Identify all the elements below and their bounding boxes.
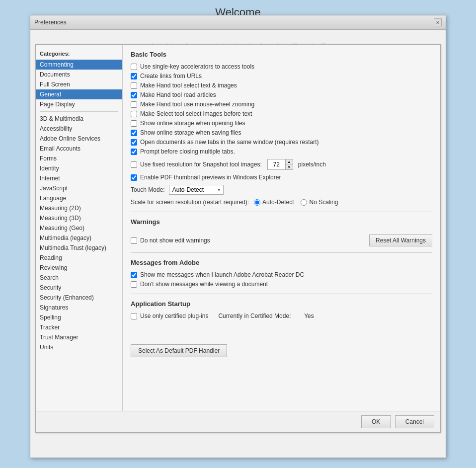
- snapshot-spinbox: ▲ ▼: [267, 159, 293, 170]
- label-prompt-close: Prompt before closing multiple tabs.: [140, 148, 235, 155]
- label-open-new-tabs: Open documents as new tabs in the same w…: [140, 139, 319, 146]
- preferences-dialog: Categories: Commenting Documents Full Sc…: [35, 44, 441, 433]
- sidebar-item-multimedia-legacy[interactable]: Multimedia (legacy): [36, 233, 122, 243]
- sidebar-item-signatures[interactable]: Signatures: [36, 303, 122, 312]
- checkbox-select-images[interactable]: [131, 111, 137, 117]
- checkbox-row-dont-show-messages: Don't show messages while viewing a docu…: [131, 281, 432, 288]
- checkbox-hand-articles[interactable]: [131, 92, 137, 98]
- spin-up-button[interactable]: ▲: [286, 159, 293, 164]
- messages-section: Messages from Adobe Show me messages whe…: [131, 259, 432, 288]
- label-show-messages: Show me messages when I launch Adobe Acr…: [140, 271, 304, 278]
- checkbox-open-new-tabs[interactable]: [131, 139, 137, 146]
- sidebar-item-identity[interactable]: Identity: [36, 163, 122, 173]
- label-single-key: Use single-key accelerators to access to…: [140, 63, 254, 70]
- label-certified: Use only certified plug-ins: [140, 312, 208, 319]
- dialog-title: Preferences: [34, 19, 67, 26]
- sidebar-item-trust-manager[interactable]: Trust Manager: [36, 332, 122, 342]
- radio-no-scaling[interactable]: [301, 199, 307, 206]
- default-handler-button[interactable]: Select As Default PDF Handler: [131, 344, 227, 357]
- sidebar-item-general[interactable]: General: [36, 89, 122, 99]
- checkbox-dont-show-messages[interactable]: [131, 281, 137, 288]
- checkbox-single-key[interactable]: [131, 64, 137, 70]
- sidebar-item-measuring-3d[interactable]: Measuring (3D): [36, 213, 122, 223]
- sidebar-divider: [40, 111, 118, 112]
- checkbox-row-certified: Use only certified plug-ins: [131, 312, 208, 319]
- checkbox-show-online-open[interactable]: [131, 120, 137, 127]
- checkbox-row-hand-articles: Make Hand tool read articles: [131, 91, 432, 98]
- checkbox-hand-mousewheel[interactable]: [131, 101, 137, 108]
- cancel-button[interactable]: Cancel: [395, 415, 434, 428]
- sidebar-item-internet[interactable]: Internet: [36, 173, 122, 183]
- sidebar-item-security[interactable]: Security: [36, 283, 122, 293]
- checkbox-certified[interactable]: [131, 313, 137, 319]
- sidebar-item-email-accounts[interactable]: Email Accounts: [36, 144, 122, 154]
- sidebar-item-forms[interactable]: Forms: [36, 154, 122, 163]
- snapshot-value-input[interactable]: [268, 160, 285, 169]
- divider-app-startup: [131, 294, 432, 294]
- sidebar-item-tracker[interactable]: Tracker: [36, 322, 122, 332]
- sidebar-item-full-screen[interactable]: Full Screen: [36, 79, 122, 89]
- checkbox-snapshot[interactable]: [131, 161, 137, 168]
- snapshot-row: Use fixed resolution for Snapshot tool i…: [131, 159, 432, 170]
- radio-item-no-scaling: No Scaling: [301, 199, 338, 206]
- divider-warnings: [131, 212, 432, 212]
- certified-mode-value: Yes: [304, 312, 314, 319]
- sidebar-item-language[interactable]: Language: [36, 193, 122, 203]
- spin-down-button[interactable]: ▼: [286, 164, 293, 169]
- sidebar-item-reading[interactable]: Reading: [36, 253, 122, 263]
- basic-tools-title: Basic Tools: [131, 51, 432, 58]
- sidebar-item-measuring-2d[interactable]: Measuring (2D): [36, 203, 122, 213]
- label-thumbnail: Enable PDF thumbnail previews in Windows…: [140, 174, 281, 181]
- sidebar-item-security-enhanced[interactable]: Security (Enhanced): [36, 293, 122, 303]
- touch-mode-row: Touch Mode: Auto-Detect Always Never: [131, 185, 432, 195]
- app-startup-title: Application Startup: [131, 300, 432, 308]
- checkbox-row-single-key: Use single-key accelerators to access to…: [131, 63, 432, 70]
- outer-window: Preferences ✕ Looking for a quick intro …: [30, 15, 446, 458]
- close-button[interactable]: ✕: [434, 18, 442, 26]
- checkbox-thumbnail[interactable]: [131, 174, 137, 181]
- radio-group-scale: Auto-Detect No Scaling: [254, 199, 338, 206]
- checkbox-row-create-links: Create links from URLs: [131, 73, 432, 79]
- sidebar-item-multimedia-trust[interactable]: Multimedia Trust (legacy): [36, 243, 122, 253]
- ok-button[interactable]: OK: [361, 415, 391, 428]
- checkbox-row-hand-mousewheel: Make Hand tool use mouse-wheel zooming: [131, 101, 432, 108]
- scale-row: Scale for screen resolution (restart req…: [131, 199, 432, 206]
- checkbox-no-edit-warnings[interactable]: [131, 237, 137, 244]
- messages-title: Messages from Adobe: [131, 259, 432, 266]
- touch-mode-select[interactable]: Auto-Detect Always Never: [169, 185, 224, 195]
- checkbox-row-open-new-tabs: Open documents as new tabs in the same w…: [131, 139, 432, 146]
- checkbox-show-online-save[interactable]: [131, 130, 137, 136]
- sidebar-item-reviewing[interactable]: Reviewing: [36, 263, 122, 273]
- radio-item-auto-detect: Auto-Detect: [254, 199, 294, 206]
- sidebar-item-measuring-geo[interactable]: Measuring (Geo): [36, 223, 122, 233]
- sidebar-item-javascript[interactable]: JavaScript: [36, 183, 122, 193]
- label-create-links: Create links from URLs: [140, 73, 202, 79]
- radio-auto-detect[interactable]: [254, 199, 260, 206]
- checkbox-hand-select[interactable]: [131, 82, 137, 89]
- spin-buttons: ▲ ▼: [285, 159, 293, 169]
- checkbox-row-no-edit-warnings: Do not show edit warnings: [131, 237, 210, 244]
- checkbox-row-prompt-close: Prompt before closing multiple tabs.: [131, 148, 432, 155]
- sidebar-item-adobe-online[interactable]: Adobe Online Services: [36, 134, 122, 144]
- label-hand-select: Make Hand tool select text & images: [140, 82, 237, 89]
- sidebar-item-search[interactable]: Search: [36, 273, 122, 283]
- dialog-footer: OK Cancel: [36, 411, 440, 432]
- sidebar-item-3d-multimedia[interactable]: 3D & Multimedia: [36, 114, 122, 124]
- sidebar-item-commenting[interactable]: Commenting: [36, 60, 122, 70]
- label-dont-show-messages: Don't show messages while viewing a docu…: [140, 281, 268, 288]
- warnings-section: Warnings Do not show edit warnings Reset…: [131, 218, 432, 246]
- checkbox-row-show-messages: Show me messages when I launch Adobe Acr…: [131, 271, 432, 278]
- sidebar-item-accessibility[interactable]: Accessibility: [36, 124, 122, 134]
- checkbox-show-messages[interactable]: [131, 272, 137, 278]
- sidebar-item-spelling[interactable]: Spelling: [36, 312, 122, 322]
- pixels-label: pixels/inch: [298, 161, 326, 168]
- warnings-title: Warnings: [131, 218, 160, 226]
- warnings-header: Warnings: [131, 218, 432, 231]
- reset-warnings-button[interactable]: Reset All Warnings: [369, 234, 432, 246]
- checkbox-prompt-close[interactable]: [131, 149, 137, 155]
- sidebar-item-page-display[interactable]: Page Display: [36, 99, 122, 109]
- label-show-online-open: Show online storage when opening files: [140, 120, 245, 127]
- sidebar-item-documents[interactable]: Documents: [36, 70, 122, 79]
- checkbox-create-links[interactable]: [131, 73, 137, 79]
- sidebar-item-units[interactable]: Units: [36, 342, 122, 352]
